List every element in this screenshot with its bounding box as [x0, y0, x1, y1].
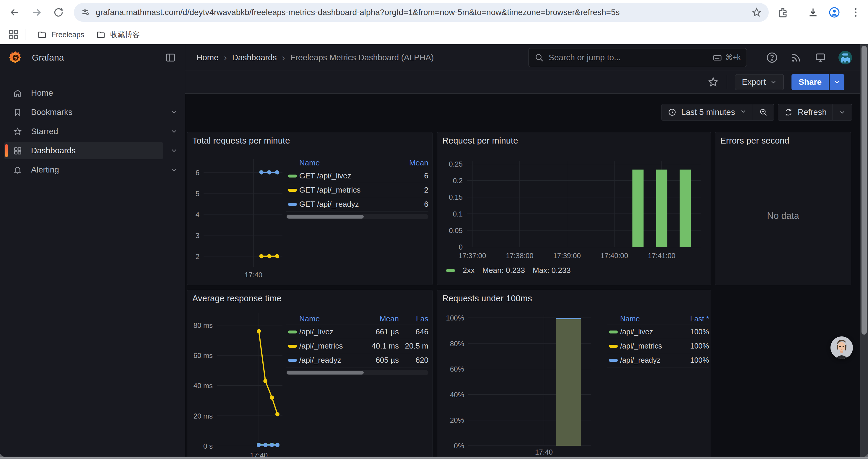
- bar-chart[interactable]: 0.250.20.150.10.05017:37:0017:38:0017:39…: [437, 132, 711, 286]
- chevron-down-icon[interactable]: [163, 108, 185, 116]
- series-name[interactable]: /api/_metrics: [299, 341, 361, 351]
- legend-column-header[interactable]: Las: [399, 314, 428, 323]
- rss-icon[interactable]: [790, 52, 802, 64]
- chevron-down-icon[interactable]: [163, 128, 185, 135]
- series-name[interactable]: /api/_readyz: [620, 356, 674, 364]
- svg-text:0 s: 0 s: [203, 442, 213, 450]
- sidebar-item-dashboards[interactable]: Dashboards: [0, 142, 185, 159]
- panel-legend-table: NameMeanLas/api/_livez661 µs646/api/_met…: [286, 313, 428, 375]
- legend-column-header[interactable]: Mean: [393, 158, 428, 167]
- series-pill: [609, 359, 618, 362]
- sidebar-item-starred[interactable]: Starred: [0, 123, 185, 140]
- legend-column-header[interactable]: Name: [620, 315, 674, 323]
- series-pill: [288, 189, 297, 192]
- star-icon: [13, 127, 22, 136]
- legend-row[interactable]: /api/_metrics100%: [607, 339, 709, 353]
- browser-toolbar: grafana.mathmast.com/d/deytv4rwavabkb/fr…: [0, 0, 868, 25]
- bookmark-folder-blogs[interactable]: 收藏博客: [96, 30, 140, 40]
- share-button[interactable]: Share: [792, 74, 829, 90]
- chevron-down-icon[interactable]: [163, 147, 185, 155]
- series-name[interactable]: GET /api/_readyz: [299, 200, 393, 209]
- favorite-star-icon[interactable]: [707, 76, 719, 88]
- scrollbar-thumb[interactable]: [862, 46, 867, 335]
- series-pill: [609, 345, 618, 348]
- refresh-button[interactable]: Refresh: [778, 104, 833, 120]
- series-name[interactable]: GET /api/_livez: [299, 171, 393, 181]
- panel-legend-table: NameMeanGET /api/_livez6GET /api/_metric…: [286, 157, 428, 219]
- bell-icon: [13, 165, 22, 174]
- svg-text:0.1: 0.1: [453, 210, 463, 218]
- grafana-logo[interactable]: [9, 51, 23, 64]
- sidebar-item-bookmarks[interactable]: Bookmarks: [0, 104, 185, 121]
- series-pill: [288, 359, 297, 362]
- sidebar-item-home[interactable]: Home: [0, 85, 185, 102]
- url-bar[interactable]: grafana.mathmast.com/d/deytv4rwavabkb/fr…: [74, 3, 769, 22]
- legend-row[interactable]: GET /api/_livez6: [286, 169, 428, 183]
- back-icon[interactable]: [8, 6, 21, 19]
- legend-row[interactable]: GET /api/_metrics2: [286, 183, 428, 197]
- series-name[interactable]: GET /api/_metrics: [299, 186, 393, 195]
- toolbar-divider: [798, 7, 798, 18]
- legend-row[interactable]: /api/_livez100%: [607, 325, 709, 339]
- breadcrumb-dashboards[interactable]: Dashboards: [232, 53, 277, 62]
- legend-header: NameLast *: [607, 313, 709, 325]
- panel-request-per-minute: Request per minute 0.250.20.150.10.05017…: [437, 132, 711, 285]
- help-icon[interactable]: [766, 52, 778, 64]
- user-avatar[interactable]: [838, 51, 852, 64]
- svg-text:17:41:00: 17:41:00: [648, 252, 675, 260]
- zoom-out-button[interactable]: [753, 104, 774, 120]
- legend-column-header[interactable]: Mean: [361, 314, 399, 323]
- series-name[interactable]: /api/_readyz: [299, 356, 361, 365]
- legend-column-header[interactable]: Name: [299, 314, 361, 323]
- monitor-icon[interactable]: [814, 52, 827, 64]
- legend-scrollbar[interactable]: [286, 214, 428, 219]
- legend-row[interactable]: /api/_readyz100%: [607, 353, 709, 367]
- legend-row[interactable]: /api/_readyz605 µs620: [286, 353, 428, 367]
- legend-row[interactable]: GET /api/_readyz6: [286, 197, 428, 211]
- search-input[interactable]: Search or jump to... ⌘+k: [528, 48, 747, 67]
- apps-grid-icon[interactable]: [7, 28, 20, 41]
- legend-row[interactable]: /api/_livez661 µs646: [286, 325, 428, 339]
- menu-dots-icon[interactable]: [849, 6, 862, 19]
- time-range-picker[interactable]: Last 5 minutes: [662, 104, 753, 120]
- series-mean: Mean: 0.233: [482, 266, 525, 275]
- svg-text:0: 0: [459, 243, 463, 251]
- tune-icon[interactable]: [80, 7, 90, 18]
- bookmark-label: 收藏博客: [110, 30, 140, 40]
- profile-icon[interactable]: [828, 6, 841, 19]
- extensions-icon[interactable]: [776, 6, 789, 19]
- panel-title[interactable]: Errors per second: [720, 136, 789, 145]
- sidebar-item-alerting[interactable]: Alerting: [0, 161, 185, 178]
- series-name[interactable]: /api/_livez: [299, 327, 361, 336]
- bookmark-folder-freeleaps[interactable]: Freeleaps: [37, 30, 84, 39]
- series-name[interactable]: 2xx: [463, 266, 474, 275]
- browser-scrollbar[interactable]: [860, 44, 868, 457]
- refresh-interval-button[interactable]: [833, 104, 852, 120]
- reload-icon[interactable]: [52, 6, 65, 19]
- legend-row[interactable]: /api/_metrics40.1 ms20.5 m: [286, 339, 428, 353]
- legend-column-header[interactable]: Name: [299, 158, 393, 167]
- forward-icon[interactable]: [30, 6, 43, 19]
- series-name[interactable]: /api/_metrics: [620, 342, 674, 350]
- breadcrumb-home[interactable]: Home: [196, 53, 219, 62]
- assistant-avatar[interactable]: [831, 336, 853, 359]
- chevron-down-icon[interactable]: [163, 166, 185, 174]
- panel-errors-per-second: Errors per second No data: [715, 132, 851, 285]
- series-name[interactable]: /api/_livez: [620, 328, 674, 336]
- bookmark-star-icon[interactable]: [751, 7, 762, 18]
- series-pill: [446, 269, 455, 272]
- legend-column-header[interactable]: Last *: [674, 315, 709, 323]
- download-icon[interactable]: [807, 6, 819, 19]
- export-button[interactable]: Export: [735, 74, 784, 90]
- panel-requests-under-100ms: Requests under 100ms 100%80%60%40%20%0%1…: [437, 290, 711, 457]
- share-menu-button[interactable]: [830, 74, 844, 90]
- main-area: Home › Dashboards › Freeleaps Metrics Da…: [185, 44, 860, 457]
- legend-scrollbar[interactable]: [286, 370, 428, 375]
- panel-toggle-icon[interactable]: [165, 52, 176, 63]
- breadcrumb-current: Freeleaps Metrics Dashboard (ALPHA): [290, 53, 434, 62]
- svg-text:40%: 40%: [450, 391, 464, 399]
- panel-total-requests: Total requests per minute 6543217:40 Nam…: [187, 132, 433, 285]
- series-value: 646: [399, 327, 428, 336]
- sidebar: Grafana Home Bookmarks: [0, 44, 185, 457]
- topbar: Home › Dashboards › Freeleaps Metrics Da…: [185, 44, 860, 71]
